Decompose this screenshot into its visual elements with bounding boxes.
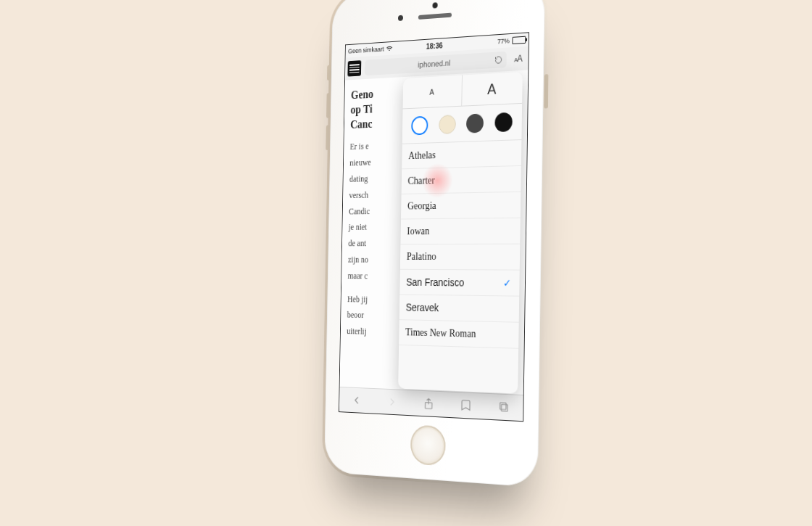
font-name: Athelas (408, 149, 436, 162)
font-option[interactable]: Charter (402, 166, 521, 194)
font-size-row: A A (403, 72, 523, 109)
address-bar[interactable]: iphoned.nl (365, 52, 507, 76)
font-option[interactable]: Georgia (401, 192, 521, 220)
font-option[interactable]: Athelas (402, 140, 521, 169)
text-size-icon[interactable]: AA (510, 53, 526, 65)
font-name: Georgia (407, 200, 436, 213)
reader-options-popover: A A AthelasCharterGeorgiaIowanPalatinoSa… (398, 72, 523, 394)
font-name: Charter (407, 175, 434, 187)
theme-colors-row (402, 104, 522, 144)
carrier-label: Geen simkaart (348, 46, 384, 55)
svg-rect-0 (425, 403, 431, 409)
svg-rect-2 (500, 403, 506, 410)
reader-mode-button[interactable] (347, 60, 361, 76)
font-size-decrease[interactable]: A (403, 75, 463, 109)
font-name: San Francisco (406, 276, 464, 289)
battery-percent: 77% (497, 37, 510, 45)
font-name: Palatino (407, 251, 436, 263)
font-option[interactable]: Palatino (400, 244, 520, 271)
proximity-sensor (398, 15, 403, 21)
url-host: iphoned.nl (418, 58, 450, 69)
tabs-button[interactable] (497, 400, 510, 415)
font-option[interactable]: Iowan (400, 218, 520, 244)
home-button[interactable] (410, 424, 446, 466)
theme-sepia[interactable] (439, 115, 456, 134)
font-name: Times New Roman (405, 326, 476, 340)
mute-switch (327, 65, 331, 81)
font-option[interactable]: Times New Roman (399, 320, 519, 349)
volume-down (326, 125, 330, 150)
clock: 18:36 (426, 41, 443, 50)
font-name: Seravek (406, 301, 439, 313)
reload-icon[interactable] (494, 55, 502, 65)
article-paragraph: Heb jij beoor uiterlij (347, 291, 518, 344)
share-button[interactable] (422, 396, 435, 411)
font-list: AthelasCharterGeorgiaIowanPalatinoSan Fr… (399, 140, 521, 349)
volume-up (326, 93, 331, 118)
phone-mockup: Geen simkaart 18:36 77% (324, 0, 545, 488)
back-button[interactable] (351, 393, 363, 407)
theme-white[interactable] (411, 116, 428, 136)
stage: Geen simkaart 18:36 77% (0, 0, 812, 526)
font-name: Iowan (407, 226, 429, 237)
forward-button[interactable] (386, 395, 399, 410)
earpiece (418, 13, 452, 20)
svg-rect-1 (501, 404, 508, 411)
front-camera (432, 2, 437, 8)
checkmark-icon: ✓ (503, 277, 511, 289)
theme-black[interactable] (494, 112, 513, 132)
battery-icon (512, 36, 526, 44)
bottom-toolbar (339, 387, 523, 421)
font-option[interactable]: San Francisco✓ (399, 270, 519, 297)
phone-body: Geen simkaart 18:36 77% (324, 0, 545, 488)
bookmarks-button[interactable] (459, 398, 473, 413)
theme-gray[interactable] (466, 113, 484, 133)
wifi-icon (386, 46, 392, 52)
screen: Geen simkaart 18:36 77% (339, 32, 529, 422)
font-option[interactable]: Seravek (399, 295, 519, 322)
